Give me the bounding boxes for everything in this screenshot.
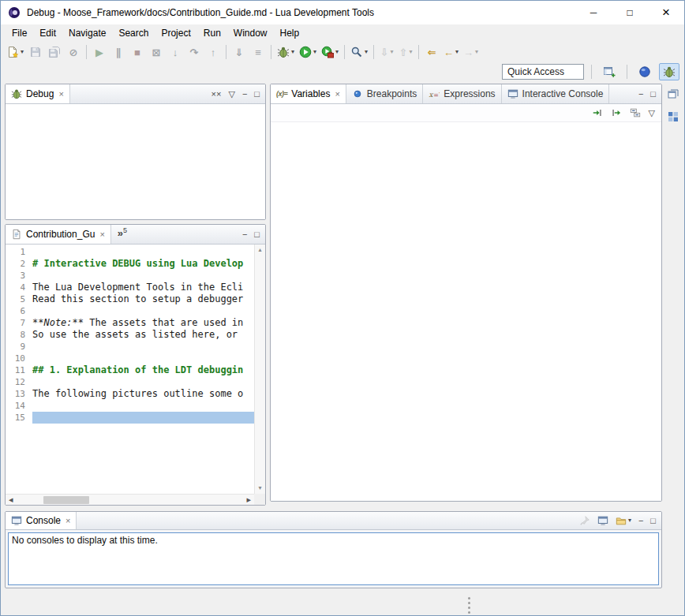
editor-line[interactable]: 12 (6, 376, 254, 388)
console-output[interactable]: No consoles to display at this time. (8, 532, 659, 585)
window-maximize-button[interactable]: □ (612, 1, 648, 24)
dropdown-arrow-icon[interactable]: ▾ (410, 49, 413, 55)
editor-line[interactable]: 10 (6, 353, 254, 364)
scroll-right-icon[interactable]: ▸ (246, 495, 251, 504)
vertical-scrollbar[interactable]: ▴ ▾ (254, 245, 265, 494)
step-into-button[interactable]: ↓ (166, 43, 185, 62)
menu-window[interactable]: Window (227, 26, 274, 40)
editor-line[interactable]: 6 (6, 305, 254, 317)
dropdown-arrow-icon[interactable]: ▾ (391, 49, 394, 55)
skip-all-breakpoints-button[interactable]: ⊘ (64, 43, 83, 62)
drop-to-frame-button[interactable]: ⇓ (230, 43, 249, 62)
dropdown-arrow-icon[interactable]: ▾ (628, 517, 631, 524)
dropdown-arrow-icon[interactable]: ▾ (365, 49, 368, 55)
save-all-button[interactable] (45, 43, 64, 62)
editor-line[interactable]: 9 (6, 341, 254, 353)
suspend-button[interactable]: ∥ (109, 43, 128, 62)
previous-annotation-button[interactable]: ⇧ ▾ (396, 43, 415, 62)
tab-breakpoints[interactable]: Breakpoints (346, 84, 423, 103)
next-annotation-button[interactable]: ⇩ ▾ (377, 43, 396, 62)
tab-variables[interactable]: (x)= Variables × (271, 84, 346, 103)
editor-text-area[interactable]: 1 2# Interactive DEBUG using Lua Develop… (6, 245, 254, 494)
close-icon[interactable]: × (99, 230, 104, 239)
back-button[interactable]: ← ▾ (441, 43, 461, 62)
minimize-view-icon[interactable]: − (242, 90, 247, 99)
horizontal-scrollbar[interactable]: ◂ ▸ (6, 494, 254, 505)
outline-view-button[interactable] (665, 109, 681, 125)
editor-area[interactable]: 1 2# Interactive DEBUG using Lua Develop… (6, 245, 265, 505)
editor-line[interactable]: 2# Interactive DEBUG using Lua Develop (6, 258, 254, 270)
remove-all-terminated-icon[interactable]: ×× (211, 90, 222, 99)
editor-line[interactable]: 7**Note:** The assets that are used in (6, 317, 254, 329)
editor-line[interactable]: 3 (6, 270, 254, 282)
tab-interactive-console[interactable]: Interactive Console (502, 84, 610, 103)
minimize-view-icon[interactable]: − (638, 517, 643, 525)
maximize-view-icon[interactable]: □ (650, 517, 656, 525)
debug-button[interactable]: ▾ (275, 43, 297, 62)
forward-button[interactable]: → ▾ (461, 43, 481, 62)
scroll-left-icon[interactable]: ◂ (9, 495, 13, 504)
debug-perspective-button[interactable] (659, 63, 679, 80)
close-icon[interactable]: × (58, 89, 63, 99)
show-type-names-icon[interactable] (592, 107, 603, 118)
dropdown-arrow-icon[interactable]: ▾ (313, 49, 316, 55)
step-over-button[interactable]: ↷ (185, 43, 204, 62)
editor-line[interactable]: 13The following pictures outline some o (6, 388, 254, 400)
editor-line[interactable]: 4The Lua Development Tools in the Ecli (6, 282, 254, 293)
tab-expressions[interactable]: Expressions (423, 84, 501, 103)
minimize-view-icon[interactable]: − (242, 230, 247, 239)
show-logical-structure-icon[interactable] (611, 107, 622, 118)
scroll-down-icon[interactable]: ▾ (258, 485, 261, 491)
editor-line[interactable]: 8So use the assets as listed here, or (6, 329, 254, 341)
open-console-button[interactable]: ▾ (616, 515, 631, 526)
maximize-view-icon[interactable]: □ (254, 230, 260, 239)
editor-line[interactable]: 11## 1. Explanation of the LDT debuggin (6, 364, 254, 376)
close-icon[interactable]: × (335, 89, 339, 99)
quick-access-input[interactable]: Quick Access (502, 64, 584, 80)
maximize-view-icon[interactable]: □ (650, 90, 656, 99)
view-menu-icon[interactable]: ▽ (649, 109, 655, 118)
tab-debug[interactable]: Debug × (6, 84, 70, 103)
restore-view-button[interactable] (665, 86, 681, 102)
editor-line[interactable]: 14 (6, 400, 254, 412)
disconnect-button[interactable]: ⊠ (147, 43, 166, 62)
dropdown-arrow-icon[interactable]: ▾ (291, 49, 294, 55)
menu-run[interactable]: Run (197, 26, 227, 40)
status-bar-grip[interactable] (468, 597, 470, 614)
window-close-button[interactable]: × (648, 1, 684, 24)
pin-console-icon[interactable] (579, 515, 590, 526)
dropdown-arrow-icon[interactable]: ▾ (475, 49, 478, 55)
dropdown-arrow-icon[interactable]: ▾ (21, 49, 24, 55)
resume-button[interactable]: ▶ (90, 43, 109, 62)
dropdown-arrow-icon[interactable]: ▾ (455, 49, 459, 55)
editor-line[interactable]: 1 (6, 246, 254, 258)
new-button[interactable]: ▾ (4, 43, 26, 62)
scrollbar-thumb[interactable] (43, 496, 89, 504)
terminate-button[interactable]: ■ (128, 43, 147, 62)
external-tools-button[interactable]: ▾ (319, 43, 341, 62)
tab-console[interactable]: Console × (6, 512, 77, 529)
use-step-filters-button[interactable]: ≡ (249, 43, 268, 62)
tab-overflow-chevron[interactable]: » 5 (111, 225, 133, 244)
dropdown-arrow-icon[interactable]: ▾ (335, 49, 339, 55)
close-icon[interactable]: × (66, 516, 70, 525)
search-button[interactable]: ▾ (348, 43, 370, 62)
scroll-up-icon[interactable]: ▴ (258, 247, 261, 253)
variables-content[interactable] (271, 122, 661, 501)
save-button[interactable] (26, 43, 45, 62)
menu-project[interactable]: Project (155, 26, 197, 40)
debug-view-content[interactable] (6, 104, 265, 219)
menu-edit[interactable]: Edit (33, 26, 62, 40)
maximize-view-icon[interactable]: □ (254, 90, 260, 99)
last-edit-location-button[interactable]: ⇐ (422, 43, 441, 62)
tab-contribution-guide[interactable]: Contribution_Gu × (6, 225, 111, 244)
step-return-button[interactable]: ↑ (204, 43, 223, 62)
editor-line-current[interactable]: 15 (6, 412, 254, 424)
menu-file[interactable]: File (6, 26, 33, 40)
menu-search[interactable]: Search (112, 26, 155, 40)
collapse-all-icon[interactable] (630, 107, 641, 118)
minimize-view-icon[interactable]: − (638, 90, 643, 99)
menu-help[interactable]: Help (274, 26, 306, 40)
run-button[interactable]: ▾ (297, 43, 319, 62)
window-minimize-button[interactable]: ─ (575, 1, 612, 24)
